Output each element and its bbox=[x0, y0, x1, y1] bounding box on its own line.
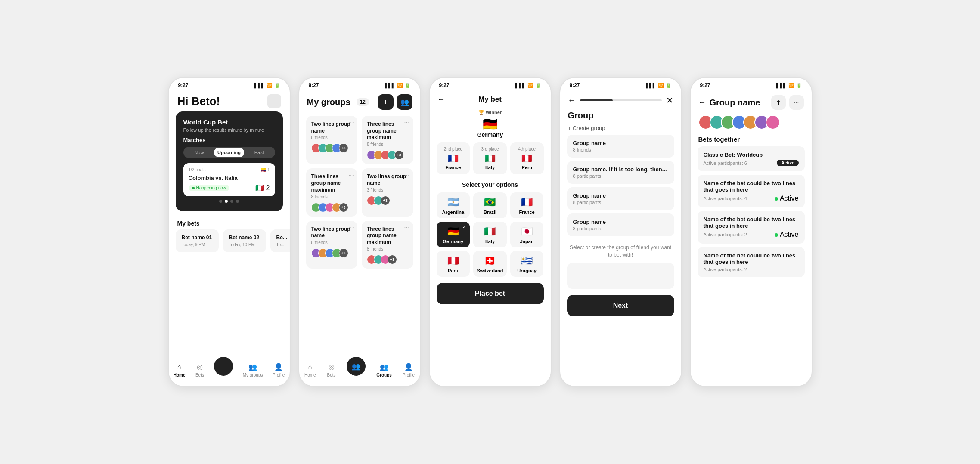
avatar-more-1: +3 bbox=[339, 143, 348, 153]
nav-profile-2[interactable]: 👤 Profile bbox=[403, 362, 415, 377]
close-button-4[interactable]: ✕ bbox=[666, 95, 673, 105]
bet-name-2: Bet name 02 bbox=[229, 235, 260, 241]
group-card-5[interactable]: ··· Two lines group name 8 friends +3 bbox=[306, 221, 358, 269]
group-card-2[interactable]: ··· Three lines group name maximum 8 fri… bbox=[362, 116, 413, 164]
flag-uruguay: 🇺🇾 bbox=[513, 255, 541, 266]
status-icons-4: ▌▌▌ 🛜 🔋 bbox=[646, 83, 671, 88]
bet-item-2[interactable]: Name of the bet could be two lines that … bbox=[698, 175, 805, 207]
group-item-3[interactable]: Group name 8 participants bbox=[567, 187, 674, 210]
dot-1 bbox=[219, 200, 222, 203]
nav-groups-2[interactable]: 👥 bbox=[347, 360, 366, 379]
next-button[interactable]: Next bbox=[567, 295, 674, 316]
flag-peru: 🇵🇪 bbox=[439, 255, 468, 266]
group-card-1[interactable]: ··· Two lines group name 8 friends +3 bbox=[306, 116, 358, 164]
nav-profile[interactable]: 👤 Profile bbox=[273, 362, 285, 377]
create-group-link[interactable]: + Create group bbox=[560, 122, 681, 135]
group-card-6[interactable]: ··· Three lines group name maximum 8 fri… bbox=[362, 221, 413, 269]
option-uruguay[interactable]: 🇺🇾 Uruguay bbox=[510, 251, 544, 277]
group-name-2: Three lines group name maximum bbox=[367, 121, 408, 141]
flag-switzerland: 🇨🇭 bbox=[476, 255, 504, 266]
fab-button[interactable] bbox=[214, 357, 233, 376]
group-list: Group name 8 friends Group name. If it i… bbox=[560, 135, 681, 240]
nav-home[interactable]: ⌂ Home bbox=[174, 362, 186, 377]
group-card-4[interactable]: ··· Two lines group name 3 friends +3 bbox=[362, 168, 413, 217]
3rd-flag: 🇮🇹 bbox=[476, 153, 504, 164]
fab-groups[interactable]: 👥 bbox=[347, 357, 366, 376]
share-button[interactable]: ⬆ bbox=[771, 95, 786, 110]
group-item-1[interactable]: Group name 8 friends bbox=[567, 135, 674, 158]
signal-icon-3: ▌▌▌ bbox=[515, 83, 525, 88]
status-bar-5: 9:27 ▌▌▌ 🛜 🔋 bbox=[691, 78, 812, 90]
groups-badge: 12 bbox=[357, 98, 369, 106]
active-label-3: Active bbox=[780, 231, 799, 238]
nav-groups-label-container[interactable]: 👥 My groups bbox=[243, 362, 263, 377]
group-item-name-2: Group name. If it is too long, then... bbox=[573, 166, 668, 173]
3rd-label: 3rd place bbox=[476, 147, 504, 152]
bet-title-3: Name of the bet could be two lines that … bbox=[704, 216, 799, 229]
option-peru[interactable]: 🇵🇪 Peru bbox=[437, 251, 470, 277]
more-button-5[interactable]: ··· bbox=[789, 95, 804, 110]
nav-bets[interactable]: ◎ Bets bbox=[195, 362, 205, 377]
match-card[interactable]: 1/2 finals 🇨🇴 1 Colombia vs. Italia Happ… bbox=[183, 163, 275, 196]
option-argentina[interactable]: 🇦🇷 Argentina bbox=[437, 192, 470, 218]
group-detail-title: Group name bbox=[710, 98, 760, 108]
back-button-5[interactable]: ← bbox=[698, 98, 706, 107]
bet-time-2: Today, 10 PM bbox=[229, 242, 260, 247]
more-icon-6[interactable]: ··· bbox=[404, 224, 409, 231]
group-item-name-4: Group name bbox=[573, 219, 668, 225]
progress-fill bbox=[580, 99, 613, 101]
nav-bets-2[interactable]: ◎ Bets bbox=[327, 362, 336, 377]
select-hint: Select or create the group of friend you… bbox=[560, 240, 681, 263]
tab-now[interactable]: Now bbox=[184, 148, 214, 157]
more-icon-2[interactable]: ··· bbox=[404, 119, 409, 126]
nav-profile-label: Profile bbox=[273, 373, 285, 377]
bet-card-1[interactable]: Bet name 01 Today, 9 PM bbox=[176, 229, 219, 252]
avatar[interactable] bbox=[267, 94, 281, 108]
bet-item-3[interactable]: Name of the bet could be two lines that … bbox=[698, 211, 805, 244]
screen-groups: 9:27 ▌▌▌ 🛜 🔋 My groups 12 + 👥 ··· Two li… bbox=[298, 77, 421, 387]
bet-card-3[interactable]: Be... To... bbox=[270, 229, 290, 252]
nav-mygroups[interactable] bbox=[214, 360, 233, 379]
more-icon-4[interactable]: ··· bbox=[404, 172, 409, 179]
bet-sub-2: Active participants: 4 Active bbox=[704, 195, 799, 202]
bet-item-4[interactable]: Name of the bet could be two lines that … bbox=[698, 247, 805, 277]
add-group-button[interactable]: + bbox=[378, 94, 394, 110]
bet-item-1[interactable]: Classic Bet: Worldcup Active participant… bbox=[698, 146, 805, 171]
screen-my-bet: 9:27 ▌▌▌ 🛜 🔋 ← My bet 🏆 Winner 🇩🇪 German… bbox=[429, 77, 552, 387]
wifi-icon: 🛜 bbox=[267, 83, 273, 88]
option-germany[interactable]: ✓ 🇩🇪 Germany bbox=[437, 222, 470, 247]
group-name-5: Two lines group name bbox=[311, 226, 353, 239]
avatar-more-5: +3 bbox=[339, 248, 348, 258]
option-japan[interactable]: 🇯🇵 Japan bbox=[510, 222, 544, 247]
bet-title-2: Name of the bet could be two lines that … bbox=[704, 180, 799, 193]
option-brazil[interactable]: 🇧🇷 Brazil bbox=[473, 192, 507, 218]
nav-groups-label-2[interactable]: 👥 Groups bbox=[376, 362, 392, 377]
my-bet-header: ← My bet bbox=[430, 90, 551, 106]
tab-upcoming[interactable]: Upcoming bbox=[214, 148, 244, 157]
back-button-4[interactable]: ← bbox=[568, 96, 576, 105]
place-bet-button[interactable]: Place bet bbox=[437, 283, 544, 304]
3rd-name: Italy bbox=[476, 165, 504, 170]
tab-past[interactable]: Past bbox=[244, 148, 274, 157]
more-icon-5[interactable]: ··· bbox=[348, 224, 354, 231]
option-italy[interactable]: 🇮🇹 Italy bbox=[473, 222, 507, 247]
status-bar-3: 9:27 ▌▌▌ 🛜 🔋 bbox=[430, 78, 551, 90]
participants-4: Active participants: ? bbox=[704, 267, 747, 272]
worldcup-card[interactable]: World Cup Bet Follow up the results minu… bbox=[176, 111, 283, 211]
status-icons-3: ▌▌▌ 🛜 🔋 bbox=[515, 83, 541, 88]
option-switzerland[interactable]: 🇨🇭 Switzerland bbox=[473, 251, 507, 277]
more-icon-3[interactable]: ··· bbox=[348, 172, 354, 179]
bottom-nav-1: ⌂ Home ◎ Bets 👥 My groups 👤 Profile bbox=[169, 356, 290, 386]
group-item-4[interactable]: Group name 8 participants bbox=[567, 213, 674, 236]
bet-name-1: Bet name 01 bbox=[182, 235, 213, 241]
group-card-3[interactable]: ··· Three lines group name maximum 8 fri… bbox=[306, 168, 358, 217]
people-button[interactable]: 👥 bbox=[397, 94, 412, 110]
more-icon-1[interactable]: ··· bbox=[348, 119, 354, 126]
bet-card-2[interactable]: Bet name 02 Today, 10 PM bbox=[223, 229, 266, 252]
back-button-3[interactable]: ← bbox=[437, 95, 445, 104]
match-teams: Colombia vs. Italia bbox=[189, 175, 270, 181]
option-france[interactable]: 🇫🇷 France bbox=[510, 192, 544, 218]
nav-home-2[interactable]: ⌂ Home bbox=[304, 362, 316, 377]
signal-icon-4: ▌▌▌ bbox=[646, 83, 656, 88]
group-item-2[interactable]: Group name. If it is too long, then... 8… bbox=[567, 161, 674, 184]
